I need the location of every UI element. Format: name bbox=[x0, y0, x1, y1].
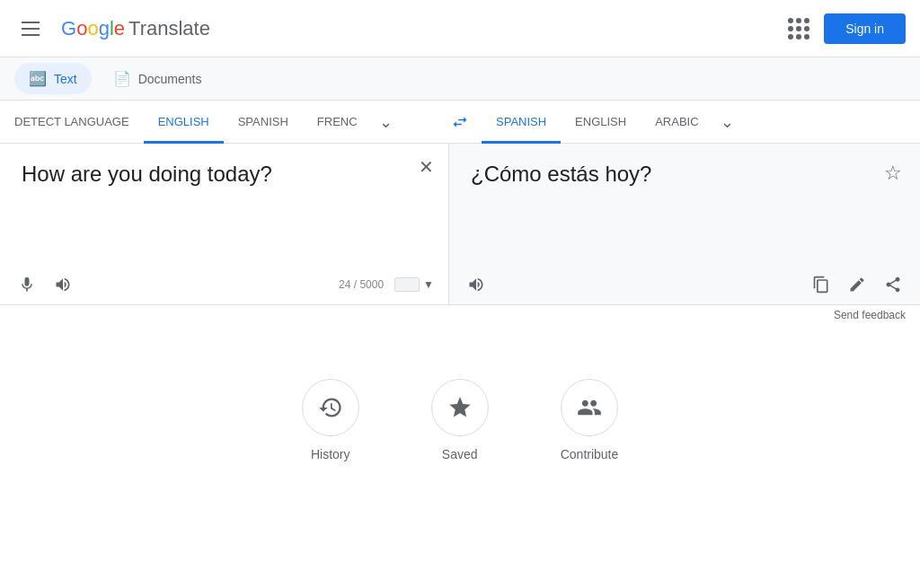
copy-button[interactable] bbox=[809, 272, 834, 297]
detect-language-btn[interactable]: DETECT LANGUAGE bbox=[0, 101, 144, 144]
font-size-rect[interactable] bbox=[394, 277, 420, 292]
saved-item[interactable]: Saved bbox=[431, 379, 489, 461]
font-size-chevron[interactable]: ▼ bbox=[423, 278, 434, 291]
speaker-icon[interactable] bbox=[50, 272, 75, 297]
source-french-btn[interactable]: FRENC bbox=[303, 101, 372, 144]
tab-text-label: Text bbox=[54, 72, 77, 86]
translate-wordmark: Translate bbox=[128, 17, 210, 40]
feedback-bar: Send feedback bbox=[0, 305, 920, 325]
header: Google Translate Sign in bbox=[0, 0, 920, 57]
target-language-selector: SPANISH ENGLISH ARABIC ⌄ bbox=[482, 101, 920, 144]
char-count: 24 / 5000 bbox=[339, 278, 384, 291]
send-feedback-link[interactable]: Send feedback bbox=[834, 309, 906, 321]
source-controls: 24 / 5000 ▼ bbox=[0, 265, 448, 304]
header-right: Sign in bbox=[788, 13, 906, 44]
history-label: History bbox=[311, 447, 350, 461]
share-button[interactable] bbox=[880, 272, 906, 297]
history-item[interactable]: History bbox=[302, 379, 359, 461]
contribute-item[interactable]: Contribute bbox=[561, 379, 619, 461]
hamburger-icon[interactable] bbox=[14, 14, 47, 43]
source-english-btn[interactable]: ENGLISH bbox=[144, 101, 224, 144]
edit-button[interactable] bbox=[845, 272, 870, 297]
microphone-icon[interactable] bbox=[14, 272, 40, 297]
target-spanish-btn[interactable]: SPANISH bbox=[482, 101, 561, 144]
source-panel: How are you doing today? ✕ 24 / 5000 ▼ bbox=[0, 144, 449, 304]
target-english-btn[interactable]: ENGLISH bbox=[561, 101, 641, 144]
sign-in-button[interactable]: Sign in bbox=[824, 13, 906, 44]
contribute-circle-btn[interactable] bbox=[561, 379, 618, 436]
source-spanish-btn[interactable]: SPANISH bbox=[224, 101, 303, 144]
clear-button[interactable]: ✕ bbox=[419, 158, 434, 176]
tab-bar: 🔤 Text 📄 Documents bbox=[0, 57, 920, 101]
google-wordmark: Google bbox=[61, 17, 125, 40]
tab-documents[interactable]: 📄 Documents bbox=[99, 63, 217, 94]
bottom-section: History Saved Contribute bbox=[0, 325, 920, 515]
target-action-buttons bbox=[809, 272, 906, 297]
target-text: ¿Cómo estás hoy? bbox=[449, 144, 920, 265]
text-tab-icon: 🔤 bbox=[29, 70, 47, 87]
target-panel: ¿Cómo estás hoy? ☆ bbox=[449, 144, 920, 304]
font-size-control: ▼ bbox=[394, 277, 434, 292]
tab-text[interactable]: 🔤 Text bbox=[14, 63, 92, 94]
apps-icon[interactable] bbox=[788, 18, 809, 39]
source-text[interactable]: How are you doing today? bbox=[0, 144, 448, 265]
target-arabic-btn[interactable]: ARABIC bbox=[641, 101, 712, 144]
swap-languages-btn[interactable] bbox=[438, 101, 482, 144]
header-left: Google Translate bbox=[14, 14, 210, 43]
history-circle-btn[interactable] bbox=[302, 379, 359, 436]
saved-label: Saved bbox=[442, 447, 478, 461]
target-more-languages-btn[interactable]: ⌄ bbox=[713, 101, 741, 144]
contribute-label: Contribute bbox=[561, 447, 619, 461]
favorite-star-btn[interactable]: ☆ bbox=[880, 158, 906, 189]
source-language-selector: DETECT LANGUAGE ENGLISH SPANISH FRENC ⌄ bbox=[0, 101, 438, 144]
tab-documents-label: Documents bbox=[138, 72, 202, 86]
translation-panels: How are you doing today? ✕ 24 / 5000 ▼ ¿… bbox=[0, 144, 920, 305]
documents-tab-icon: 📄 bbox=[113, 70, 131, 87]
target-controls bbox=[449, 265, 920, 304]
logo: Google Translate bbox=[61, 17, 210, 40]
source-more-languages-btn[interactable]: ⌄ bbox=[372, 101, 400, 144]
target-speaker-icon[interactable] bbox=[464, 272, 489, 297]
saved-circle-btn[interactable] bbox=[431, 379, 489, 436]
language-bar: DETECT LANGUAGE ENGLISH SPANISH FRENC ⌄ … bbox=[0, 101, 920, 144]
